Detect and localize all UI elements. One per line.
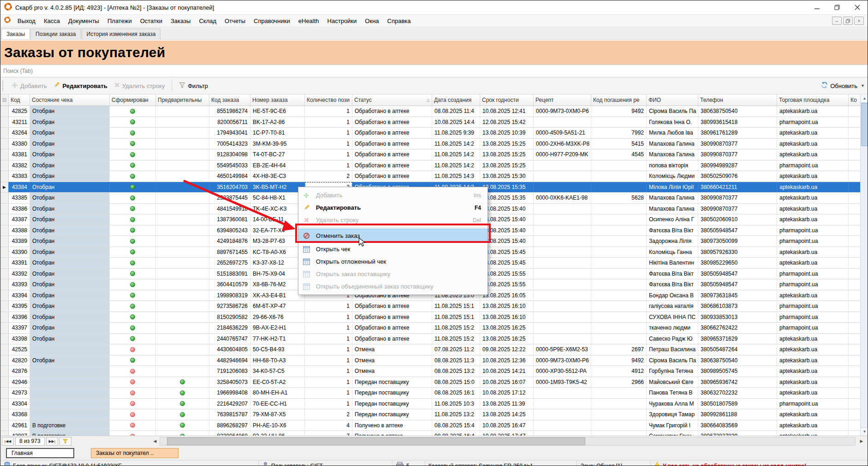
table-row-43380[interactable]: 43380Отобран70054143233M-KM-39-951Обрабо… (0, 139, 868, 150)
table-row-42973[interactable]: 42973196699840880-MH-EH-A11Передан поста… (0, 388, 868, 399)
cell-phone: 380632702232 (698, 388, 777, 398)
table-row-42525[interactable]: 42525443060480550-C5-B4-931Отмена07.08.2… (0, 344, 868, 355)
table-row-43264[interactable]: 43264Отобран17949430411C-P7-T0-811Обрабо… (0, 128, 868, 139)
cell-platform: pharmapoint.ua (777, 236, 849, 247)
table-row-43396[interactable]: 43396Отобран815029058229-66-X6-761Обрабо… (0, 312, 868, 323)
table-row-42946[interactable]: 429463258405073EE-C0-5T-A21Передан поста… (0, 377, 868, 388)
menu-item-склад[interactable]: Склад (195, 16, 220, 26)
menu-item-справочники[interactable]: Справочники (250, 16, 294, 26)
horizontal-scroll-thumb[interactable] (167, 437, 585, 445)
view-tab-заказы[interactable]: Заказы (1, 29, 30, 39)
column-header-platform[interactable]: Торговая площадка (777, 94, 849, 106)
search-input[interactable] (0, 68, 868, 74)
last-record-button[interactable]: ▶▶| (46, 437, 58, 446)
menu-item-отчеты[interactable]: Отчеты (220, 16, 250, 26)
table-row-43368[interactable]: 43368763981578779-XM-87-X52Передан поста… (0, 409, 868, 420)
context-menu-item-открыть-заказ-поставщику[interactable]: Открыть заказ поставщику (298, 268, 488, 280)
cell-state: Отобран (30, 247, 110, 258)
context-menu-item-открыть-объединенный-заказ-поставщику[interactable]: Открыть объединенный заказ поставщику (298, 280, 488, 293)
column-header-order_code[interactable]: Код заказа (209, 94, 250, 106)
table-row-43398[interactable]: 43398Отобран244076574777-HK-H2-T11Обрабо… (0, 334, 868, 345)
table-row-42825[interactable]: 42825Отобран8551986274HE-5T-9C-E61Обрабо… (0, 106, 868, 117)
tab-orders[interactable]: Заказы от покупател .. (91, 448, 178, 458)
column-header-code[interactable]: Код (9, 94, 30, 106)
active-filter-icon[interactable] (59, 437, 71, 446)
refresh-button[interactable]: Обновить ▼ (821, 82, 868, 90)
table-row-42876[interactable]: 42876719120608334-K0-57-C51Отмена08.08.2… (0, 366, 868, 377)
menu-item-документы[interactable]: Документы (64, 16, 103, 26)
cell-prelim (156, 290, 209, 301)
scroll-down-icon[interactable]: ▼ (861, 427, 868, 436)
view-tab-история-изменения-заказа[interactable]: История изменения заказа (82, 29, 161, 39)
horizontal-scrollbar[interactable] (160, 437, 856, 446)
mdi-close-button[interactable]: × (854, 17, 864, 25)
menu-item-платежи[interactable]: Платежи (103, 16, 136, 26)
column-header-redeem[interactable]: Код погашения ре (591, 94, 647, 106)
cell-redeem: 4912 (591, 366, 647, 377)
table-row-43397[interactable]: 43397Отобран21846362299B-AX-E2-H11Обрабо… (0, 323, 868, 334)
column-header-fio[interactable]: ФИО (647, 94, 698, 106)
menu-item-настройки[interactable]: Настройки (323, 16, 361, 26)
scroll-right-icon[interactable]: ▶ (857, 437, 866, 445)
column-header-qty[interactable]: Количество пози (305, 94, 352, 106)
table-row-43383[interactable]: 43383Отобран46501499844X-H8-3E-C32Обрабо… (0, 171, 868, 182)
mdi-restore-button[interactable] (843, 17, 853, 25)
menu-item-ehealth[interactable]: eHealth (294, 16, 323, 26)
view-tab-позиции-заказа[interactable]: Позиции заказа (30, 29, 81, 39)
delete-row-button[interactable]: Удалить строку (111, 80, 168, 91)
menu-item-справка[interactable]: Справка (383, 16, 415, 26)
column-header-formed[interactable]: Сформирован (110, 94, 156, 106)
filter-button[interactable]: Фильтр (176, 80, 211, 92)
scroll-up-icon[interactable]: ▲ (861, 94, 868, 103)
row-indicator (0, 171, 9, 182)
menu-item-остатки[interactable]: Остатки (136, 16, 166, 26)
column-header-state[interactable]: Состояние чека (30, 94, 110, 106)
menu-item-выход[interactable]: Выход (13, 16, 40, 26)
context-menu-item-добавить[interactable]: ДобавитьIns (298, 189, 488, 201)
cell-order_number: TK-4E-XC-K3 (250, 204, 305, 214)
tab-main[interactable]: Главная (6, 448, 74, 458)
vertical-scrollbar[interactable]: ▲ ▼ (860, 94, 868, 436)
edit-button[interactable]: Редактировать (50, 80, 110, 92)
cell-state: Отобран (30, 258, 110, 268)
menu-item-заказы[interactable]: Заказы (166, 16, 195, 26)
cell-prelim (156, 409, 209, 420)
cell-last (849, 149, 861, 160)
table-row-43304[interactable]: 43304221642920770-EE-CC-H11Передан поста… (0, 399, 868, 410)
add-button[interactable]: Добавить (8, 80, 50, 92)
menu-item-окна[interactable]: Окна (361, 16, 383, 26)
vertical-scroll-thumb[interactable] (861, 103, 868, 146)
cell-fio: СУХОВА ІННА ПС (647, 312, 698, 323)
restore-button[interactable] (827, 1, 847, 14)
context-menu-item-открыть-чек[interactable]: Открыть чек (298, 243, 488, 255)
mdi-minimize-button[interactable]: – (832, 17, 842, 25)
scroll-left-icon[interactable]: ◀ (151, 437, 159, 445)
cell-status: Отмена (352, 344, 432, 355)
first-record-button[interactable]: |◀◀ (2, 437, 14, 446)
column-header-expiry[interactable]: Срок годности (480, 94, 534, 106)
refresh-dropdown-icon[interactable]: ▼ (861, 83, 865, 88)
cell-prelim (156, 117, 209, 128)
cell-platform: pharmapoint.ua (777, 269, 849, 279)
minimize-button[interactable] (807, 1, 827, 14)
column-header-prelim[interactable]: Предварительны (156, 94, 209, 106)
table-row-43211[interactable]: 43211Отобран8200056711BK-17-A2-861Обрабо… (0, 117, 868, 128)
cell-recipe: 0000-H977-P209-MK (534, 149, 591, 160)
context-menu-item-редактировать[interactable]: РедактироватьF4 (298, 201, 488, 214)
table-row-42820[interactable]: 42820Отобран4482946694HH-68-T0-A31Отмена… (0, 355, 868, 366)
column-header-phone[interactable]: Телефон (698, 94, 777, 106)
cell-status: Отмена (352, 355, 432, 366)
column-header-order_number[interactable]: Номер заказа (250, 94, 305, 106)
column-header-recipe[interactable]: Рецепт (534, 94, 591, 106)
column-header-last[interactable]: Ко (849, 94, 861, 106)
menu-item-касса[interactable]: Касса (40, 16, 64, 26)
table-properties-icon[interactable] (0, 94, 9, 106)
context-menu-item-открыть-отложенный-чек[interactable]: Открыть отложенный чек (298, 255, 488, 268)
close-button[interactable] (847, 1, 868, 14)
column-header-status[interactable]: Статус△ (352, 94, 432, 106)
column-header-created[interactable]: Дата создания (432, 94, 480, 106)
table-row-43382[interactable]: 43382Отобран5549545033EB-2E-4H-641Обрабо… (0, 160, 868, 171)
table-row-43395[interactable]: 43395Отобран92735867266M-6T-XP-471Обрабо… (0, 301, 868, 312)
table-row-43381[interactable]: 43381Отобран9128304098T4-0T-BC-271Обрабо… (0, 149, 868, 160)
table-row-42961[interactable]: 42961В подготовке8896268297PH-AE-10-X64П… (0, 420, 868, 431)
